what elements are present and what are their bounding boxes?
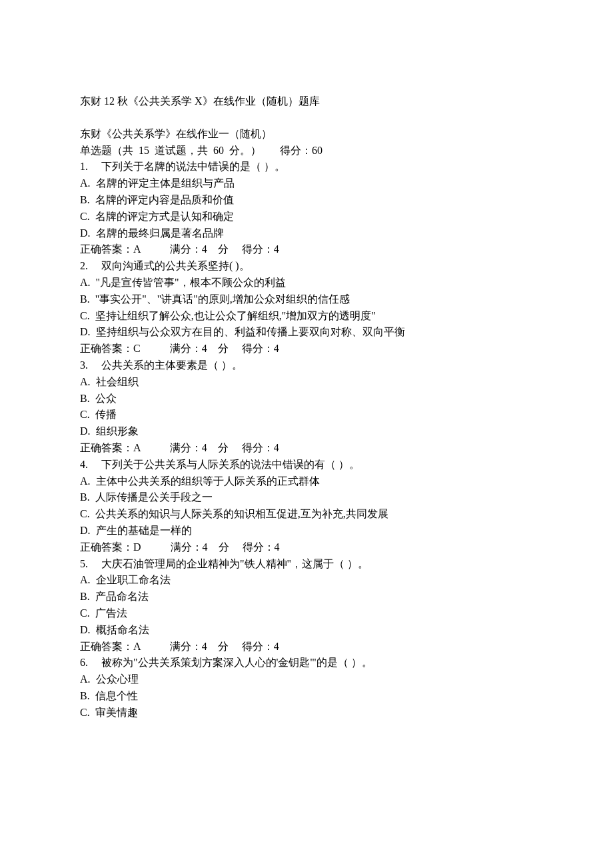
option: D. 名牌的最终归属是著名品牌 [80, 225, 533, 242]
option: D. 坚持组织与公众双方在目的、利益和传播上要双向对称、双向平衡 [80, 324, 533, 341]
question-stem: 4. 下列关于公共关系与人际关系的说法中错误的有（ ）。 [80, 457, 533, 473]
answer-line: 正确答案：A 满分：4 分 得分：4 [80, 241, 533, 258]
answer-line: 正确答案：C 满分：4 分 得分：4 [80, 341, 533, 357]
question-block: 1. 下列关于名牌的说法中错误的是（ ）。 A. 名牌的评定主体是组织与产品 B… [80, 159, 533, 258]
option: A. "凡是宣传皆管事"，根本不顾公众的利益 [80, 275, 533, 291]
option: B. 产品命名法 [80, 589, 533, 605]
option: A. 名牌的评定主体是组织与产品 [80, 175, 533, 192]
option: A. 企业职工命名法 [80, 572, 533, 589]
option: C. 公共关系的知识与人际关系的知识相互促进,互为补充,共同发展 [80, 506, 533, 523]
question-block: 3. 公共关系的主体要素是（ ）。 A. 社会组织 B. 公众 C. 传播 D.… [80, 357, 533, 457]
question-block: 6. 被称为"公共关系策划方案深入人心的'金钥匙'"的是（ ）。 A. 公众心理… [80, 655, 533, 721]
option: D. 产生的基础是一样的 [80, 523, 533, 539]
option: B. 名牌的评定内容是品质和价值 [80, 192, 533, 209]
option: C. 名牌的评定方式是认知和确定 [80, 209, 533, 225]
question-stem: 6. 被称为"公共关系策划方案深入人心的'金钥匙'"的是（ ）。 [80, 655, 533, 671]
option: B. 公众 [80, 391, 533, 407]
question-stem: 3. 公共关系的主体要素是（ ）。 [80, 357, 533, 374]
option: D. 概括命名法 [80, 622, 533, 639]
question-block: 4. 下列关于公共关系与人际关系的说法中错误的有（ ）。 A. 主体中公共关系的… [80, 457, 533, 556]
option: C. 审美情趣 [80, 705, 533, 721]
section-header: 单选题（共 15 道试题，共 60 分。） 得分：60 [80, 143, 533, 159]
question-stem: 2. 双向沟通式的公共关系坚持( )。 [80, 258, 533, 275]
option: C. 广告法 [80, 605, 533, 622]
option: D. 组织形象 [80, 423, 533, 440]
answer-line: 正确答案：A 满分：4 分 得分：4 [80, 639, 533, 655]
answer-line: 正确答案：A 满分：4 分 得分：4 [80, 440, 533, 457]
question-block: 2. 双向沟通式的公共关系坚持( )。 A. "凡是宣传皆管事"，根本不顾公众的… [80, 258, 533, 357]
option: B. "事实公开"、"讲真话"的原则,增加公众对组织的信任感 [80, 291, 533, 308]
question-block: 5. 大庆石油管理局的企业精神为"铁人精神"，这属于（ ）。 A. 企业职工命名… [80, 556, 533, 655]
option: A. 公众心理 [80, 671, 533, 688]
option: A. 主体中公共关系的组织等于人际关系的正式群体 [80, 473, 533, 490]
question-stem: 1. 下列关于名牌的说法中错误的是（ ）。 [80, 159, 533, 175]
option: B. 信息个性 [80, 688, 533, 705]
option: C. 传播 [80, 407, 533, 423]
option: A. 社会组织 [80, 374, 533, 391]
document-title: 东财 12 秋《公共关系学 X》在线作业（随机）题库 [80, 93, 533, 110]
question-stem: 5. 大庆石油管理局的企业精神为"铁人精神"，这属于（ ）。 [80, 556, 533, 573]
answer-line: 正确答案：D 满分：4 分 得分：4 [80, 539, 533, 556]
assignment-heading: 东财《公共关系学》在线作业一（随机） [80, 126, 533, 143]
option: C. 坚持让组织了解公众,也让公众了解组织,"增加双方的透明度" [80, 308, 533, 325]
option: B. 人际传播是公关手段之一 [80, 489, 533, 506]
